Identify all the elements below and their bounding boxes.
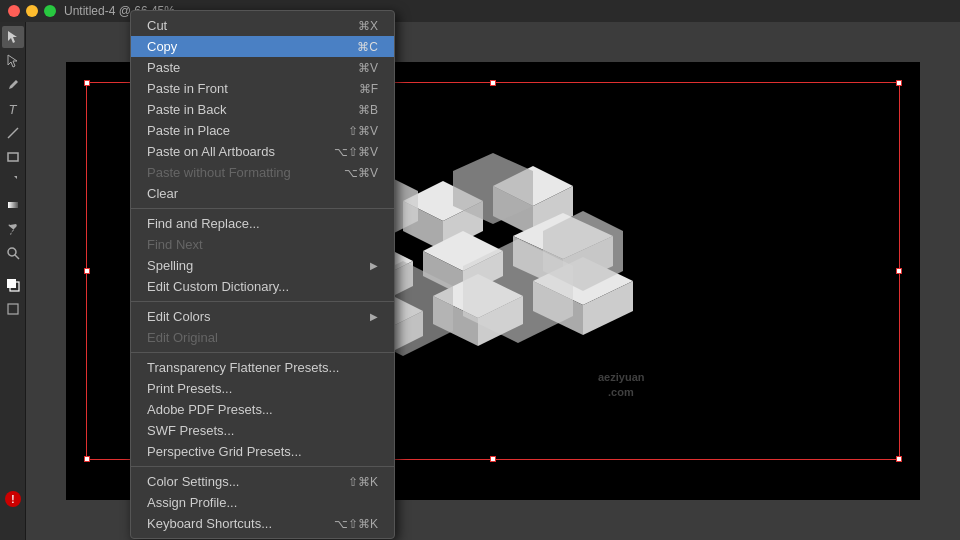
window-controls [8,5,56,17]
menu-item-find-next: Find Next [131,234,394,255]
shortcut-copy: ⌘C [357,40,378,54]
separator [131,352,394,353]
type-tool[interactable]: T [2,98,24,120]
menu-label-paste-artboards: Paste on All Artboards [147,144,275,159]
handle-top-mid[interactable] [490,80,496,86]
menu-label-pdf-presets: Adobe PDF Presets... [147,402,273,417]
direct-select-tool[interactable] [2,50,24,72]
menu-label-edit-original: Edit Original [147,330,218,345]
error-indicator: ! [2,488,24,510]
close-button[interactable] [8,5,20,17]
scale-tool[interactable] [2,170,24,192]
shortcut-paste-back: ⌘B [358,103,378,117]
menu-label-find-replace: Find and Replace... [147,216,260,231]
menu-item-assign-profile[interactable]: Assign Profile... [131,492,394,513]
menu-item-color-settings[interactable]: Color Settings...⇧⌘K [131,471,394,492]
menu-label-paste: Paste [147,60,180,75]
menu-item-print-presets[interactable]: Print Presets... [131,378,394,399]
shortcut-paste-place: ⇧⌘V [348,124,378,138]
menu-label-color-settings: Color Settings... [147,474,240,489]
menu-item-paste-place[interactable]: Paste in Place⇧⌘V [131,120,394,141]
gradient-tool[interactable] [2,194,24,216]
menu-item-paste-front[interactable]: Paste in Front⌘F [131,78,394,99]
menu-label-swf-presets: SWF Presets... [147,423,234,438]
menu-label-find-next: Find Next [147,237,203,252]
menu-label-transparency: Transparency Flattener Presets... [147,360,339,375]
select-tool[interactable] [2,26,24,48]
handle-mid-left[interactable] [84,268,90,274]
handle-top-right[interactable] [896,80,902,86]
menu-label-spelling: Spelling [147,258,193,273]
context-menu: Cut⌘XCopy⌘CPaste⌘VPaste in Front⌘FPaste … [130,10,395,539]
shortcut-keyboard: ⌥⇧⌘K [334,517,378,531]
svg-rect-5 [7,279,16,288]
menu-item-paste-no-format: Paste without Formatting⌥⌘V [131,162,394,183]
shortcut-paste-artboards: ⌥⇧⌘V [334,145,378,159]
svg-text:.com: .com [608,386,634,398]
fill-swatch[interactable] [2,274,24,296]
shortcut-color-settings: ⇧⌘K [348,475,378,489]
menu-label-copy: Copy [147,39,177,54]
menu-item-copy[interactable]: Copy⌘C [131,36,394,57]
svg-rect-2 [8,202,18,208]
menu-label-paste-no-format: Paste without Formatting [147,165,291,180]
line-tool[interactable] [2,122,24,144]
menu-label-edit-dict: Edit Custom Dictionary... [147,279,289,294]
menu-label-perspective: Perspective Grid Presets... [147,444,302,459]
menu-label-cut: Cut [147,18,167,33]
shortcut-paste-no-format: ⌥⌘V [344,166,378,180]
pen-tool[interactable] [2,74,24,96]
menu-label-paste-front: Paste in Front [147,81,228,96]
menu-item-cut[interactable]: Cut⌘X [131,15,394,36]
svg-rect-1 [8,153,18,161]
screen-mode[interactable] [2,298,24,320]
menu-label-paste-place: Paste in Place [147,123,230,138]
menu-item-paste-artboards[interactable]: Paste on All Artboards⌥⇧⌘V [131,141,394,162]
submenu-arrow-edit-colors: ▶ [370,311,378,322]
svg-line-4 [15,255,19,259]
rectangle-tool[interactable] [2,146,24,168]
handle-mid-right[interactable] [896,268,902,274]
svg-text:!: ! [11,494,14,505]
menu-item-pdf-presets[interactable]: Adobe PDF Presets... [131,399,394,420]
minimize-button[interactable] [26,5,38,17]
menu-item-clear[interactable]: Clear [131,183,394,204]
separator [131,208,394,209]
handle-bottom-left[interactable] [84,456,90,462]
maximize-button[interactable] [44,5,56,17]
menu-item-keyboard[interactable]: Keyboard Shortcuts...⌥⇧⌘K [131,513,394,534]
menu-label-clear: Clear [147,186,178,201]
shortcut-paste-front: ⌘F [359,82,378,96]
handle-bottom-mid[interactable] [490,456,496,462]
svg-text:aeziyuan: aeziyuan [598,371,645,383]
menu-item-perspective[interactable]: Perspective Grid Presets... [131,441,394,462]
menu-label-edit-colors: Edit Colors [147,309,211,324]
separator [131,466,394,467]
menu-item-edit-original: Edit Original [131,327,394,348]
left-toolbar: T ! [0,22,26,540]
handle-top-left[interactable] [84,80,90,86]
menu-item-edit-dict[interactable]: Edit Custom Dictionary... [131,276,394,297]
zoom-tool[interactable] [2,242,24,264]
menu-item-find-replace[interactable]: Find and Replace... [131,213,394,234]
svg-rect-7 [8,304,18,314]
menu-item-spelling[interactable]: Spelling▶ [131,255,394,276]
menu-item-paste-back[interactable]: Paste in Back⌘B [131,99,394,120]
handle-bottom-right[interactable] [896,456,902,462]
svg-line-0 [8,128,18,138]
menu-label-keyboard: Keyboard Shortcuts... [147,516,272,531]
menu-item-swf-presets[interactable]: SWF Presets... [131,420,394,441]
separator [131,301,394,302]
menu-item-transparency[interactable]: Transparency Flattener Presets... [131,357,394,378]
svg-point-3 [8,248,16,256]
menu-label-paste-back: Paste in Back [147,102,227,117]
shortcut-cut: ⌘X [358,19,378,33]
menu-label-print-presets: Print Presets... [147,381,232,396]
menu-item-edit-colors[interactable]: Edit Colors▶ [131,306,394,327]
menu-item-paste[interactable]: Paste⌘V [131,57,394,78]
shortcut-paste: ⌘V [358,61,378,75]
eyedropper-tool[interactable] [2,218,24,240]
submenu-arrow-spelling: ▶ [370,260,378,271]
menu-label-assign-profile: Assign Profile... [147,495,237,510]
